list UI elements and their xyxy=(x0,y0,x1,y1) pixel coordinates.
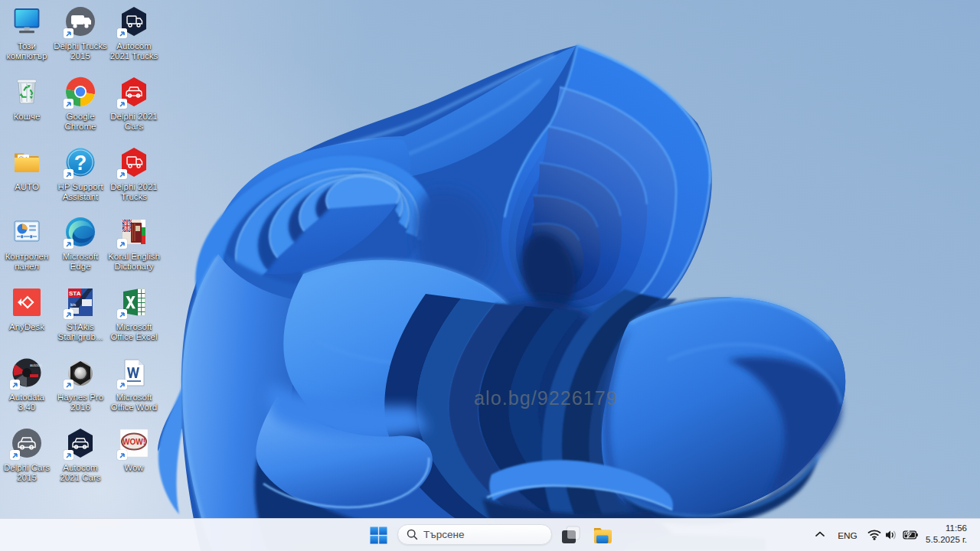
svg-text:ENG: ENG xyxy=(838,530,858,541)
svg-text:kis: kis xyxy=(70,302,76,307)
svg-text:?: ? xyxy=(74,152,87,174)
svg-text:WOW!: WOW! xyxy=(122,438,145,446)
svg-text:STA: STA xyxy=(69,290,81,297)
svg-text:autodata: autodata xyxy=(30,363,42,367)
